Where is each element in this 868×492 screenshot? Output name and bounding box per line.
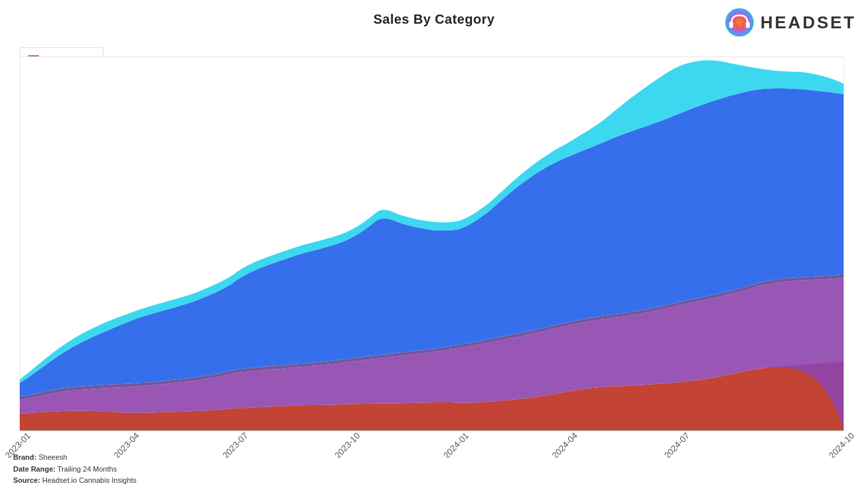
footer-daterange: Date Range: Trailing 24 Months bbox=[13, 464, 136, 476]
x-label-2024-04: 2024-04 bbox=[550, 430, 579, 458]
logo-area: HEADSET bbox=[724, 7, 856, 38]
svg-rect-2 bbox=[745, 22, 749, 28]
footer-source-value: Headset.io Cannabis Insights bbox=[42, 476, 136, 484]
footer-source: Source: Headset.io Cannabis Insights bbox=[13, 475, 136, 487]
x-label-2024-07: 2024-07 bbox=[662, 430, 691, 458]
footer-brand-label: Brand: bbox=[13, 453, 36, 461]
footer-source-label: Source: bbox=[13, 476, 40, 484]
footer-brand: Brand: Sheeesh bbox=[13, 452, 136, 464]
area-chart-svg: 2023-01 2023-04 2023-07 2023-10 2024-01 … bbox=[0, 36, 868, 458]
svg-rect-1 bbox=[729, 22, 733, 28]
chart-container: Sales By Category HEADSET Beverag bbox=[0, 0, 868, 492]
x-label-2023-07: 2023-07 bbox=[221, 430, 250, 458]
footer-daterange-label: Date Range: bbox=[13, 465, 55, 473]
footer-brand-value: Sheeesh bbox=[39, 453, 67, 461]
x-label-2024-01: 2024-01 bbox=[442, 430, 471, 458]
x-label-2023-10: 2023-10 bbox=[333, 430, 362, 458]
headset-logo-icon bbox=[724, 7, 755, 38]
footer-daterange-value: Trailing 24 Months bbox=[57, 465, 117, 473]
x-label-2024-10: 2024-10 bbox=[827, 430, 856, 458]
footer-info: Brand: Sheeesh Date Range: Trailing 24 M… bbox=[13, 452, 136, 487]
logo-text: HEADSET bbox=[761, 13, 856, 33]
